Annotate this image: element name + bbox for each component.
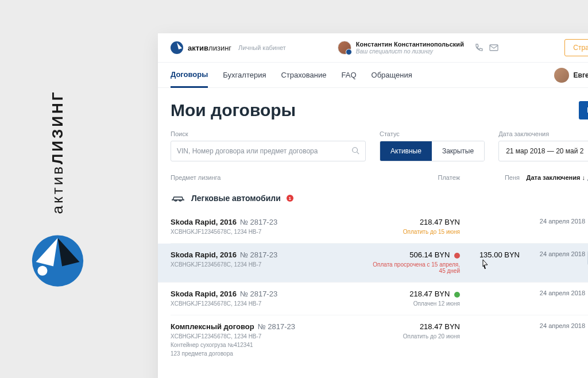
table-header: Предмет лизинга Платеж Пеня Дата заключе…: [171, 174, 588, 181]
row-payment: 506.14 BYN: [368, 250, 460, 259]
category-badge: 1: [287, 195, 293, 202]
row-title: Комплексный договор№ 2817-23: [171, 322, 366, 331]
logo-icon: [171, 41, 183, 54]
status-active-button[interactable]: Активные: [380, 141, 432, 161]
status-closed-button[interactable]: Закрытые: [432, 141, 484, 161]
status-overdue-icon: [454, 253, 460, 259]
brand-text: активЛИЗИНГ: [49, 90, 67, 214]
date-label: Дата заключения: [498, 130, 588, 137]
nav-insurance[interactable]: Страхование: [281, 63, 326, 87]
table-row[interactable]: Skoda Rapid, 2016№ 2817-23XCBHGKJF123456…: [171, 211, 588, 244]
cabinet-label: Личный кабинет: [238, 44, 286, 51]
row-subline2: Контейнер сухогруза №412341: [171, 342, 366, 348]
col-fine[interactable]: Пеня: [462, 174, 520, 181]
nav-contracts[interactable]: Договоры: [171, 63, 208, 88]
rows-container: Skoda Rapid, 2016№ 2817-23XCBHGKJF123456…: [171, 211, 588, 365]
svg-rect-2: [490, 45, 498, 51]
car-icon: [171, 194, 185, 203]
row-title: Skoda Rapid, 2016№ 2817-23: [171, 218, 366, 226]
logo-text: активлизинг: [188, 44, 231, 52]
brand-icon: [30, 233, 85, 288]
svg-point-1: [37, 265, 47, 275]
row-subline: XCBHGKJF12345678C, 1234 HB-7: [171, 333, 366, 340]
specialist-name: Константин Константинопольский: [356, 41, 464, 48]
row-date: 24 апреля 2018: [522, 218, 585, 225]
logo[interactable]: активлизинг: [171, 41, 231, 54]
page-title: Мои договоры: [171, 101, 296, 120]
search-label: Поиск: [171, 130, 366, 137]
status-label: Статус: [380, 130, 485, 137]
table-row[interactable]: Skoda Rapid, 2016№ 2817-23XCBHGKJF123456…: [171, 283, 588, 315]
col-payment[interactable]: Платеж: [368, 174, 460, 181]
category-cars: Легковые автомобили 1: [171, 194, 588, 203]
specialist-role: Ваш специалист по лизингу: [356, 48, 464, 55]
row-title: Skoda Rapid, 2016№ 2817-23: [171, 290, 366, 298]
row-subline: XCBHGKJF12345678C, 1234 HB-7: [171, 229, 366, 235]
user-name: Евгений Вик: [574, 71, 588, 79]
navbar: Договоры Бухгалтерия Страхование FAQ Обр…: [158, 63, 588, 88]
nav-faq[interactable]: FAQ: [342, 63, 357, 87]
row-title: Skoda Rapid, 2016№ 2817-23: [171, 250, 366, 259]
filters: Поиск VIN, Номер договора или предмет до…: [171, 130, 588, 161]
search-placeholder: VIN, Номер договора или предмет договора: [177, 147, 318, 155]
content: Мои договоры Новый Поиск VIN, Номер дого…: [158, 88, 588, 378]
mail-icon[interactable]: [489, 43, 498, 52]
row-payment-note: Оплатить до 15 июня: [368, 229, 460, 235]
user-avatar: [554, 68, 569, 83]
brand-word-thin: актив: [49, 164, 66, 214]
specialist-block: Константин Константинопольский Ваш специ…: [338, 41, 498, 55]
table-row[interactable]: Комплексный договор№ 2817-23XCBHGKJF1234…: [171, 315, 588, 365]
col-subject[interactable]: Предмет лизинга: [171, 174, 366, 181]
category-label: Легковые автомобили: [191, 194, 281, 203]
row-payment-note: Оплата просрочена с 15 апреля, 45 дней: [368, 261, 460, 274]
specialist-avatar: [338, 41, 351, 55]
status-toggle: Активные Закрытые: [380, 141, 485, 161]
app-window: активлизинг Личный кабинет Константин Ко…: [158, 33, 588, 378]
row-subline: XCBHGKJF12345678C, 1234 HB-7: [171, 261, 366, 268]
search-input[interactable]: VIN, Номер договора или предмет договора: [171, 141, 366, 161]
row-fine: 135.00 BYN: [462, 250, 520, 259]
row-date: 24 апреля 2018: [522, 250, 585, 257]
row-subline: XCBHGKJF12345678C, 1234 HB-7: [171, 300, 366, 307]
topbar: активлизинг Личный кабинет Константин Ко…: [158, 33, 588, 63]
insurance-button[interactable]: Страховой: [564, 39, 588, 56]
row-payment-note: Оплатить до 20 июня: [368, 333, 460, 340]
row-payment: 218.47 BYN: [368, 322, 460, 331]
brand-word-bold: ЛИЗИНГ: [49, 90, 66, 164]
table-row[interactable]: Skoda Rapid, 2016№ 2817-23XCBHGKJF123456…: [158, 244, 588, 283]
nav-requests[interactable]: Обращения: [372, 63, 412, 87]
col-date[interactable]: Дата заключения: [522, 174, 585, 181]
row-date: 24 апреля 2018: [522, 290, 585, 296]
row-payment: 218.47 BYN: [368, 218, 460, 226]
row-date: 24 апреля 2018: [522, 322, 585, 329]
row-subline3: 123 предмета договора: [171, 350, 366, 357]
date-range-input[interactable]: 21 мар 2018 — 20 май 2: [498, 141, 588, 161]
search-icon: [351, 146, 359, 156]
svg-point-3: [353, 147, 358, 152]
user-menu[interactable]: Евгений Вик: [554, 68, 588, 83]
nav-accounting[interactable]: Бухгалтерия: [223, 63, 266, 87]
status-paid-icon: [454, 292, 460, 298]
phone-icon[interactable]: [474, 43, 483, 52]
new-contract-button[interactable]: Новый: [579, 101, 588, 119]
row-payment: 218.47 BYN: [368, 290, 460, 298]
side-brand: активЛИЗИНГ: [17, 90, 98, 288]
row-payment-note: Оплачен 12 июня: [368, 300, 460, 307]
